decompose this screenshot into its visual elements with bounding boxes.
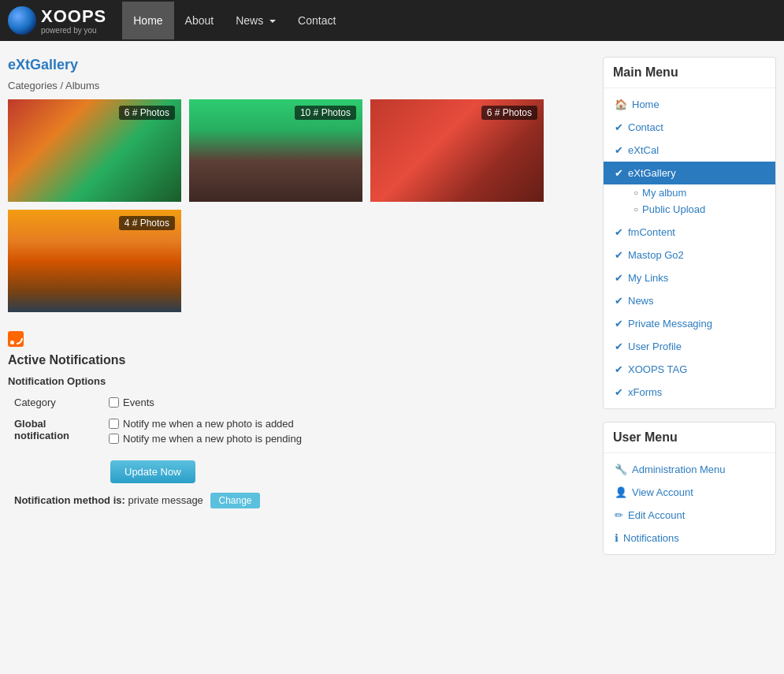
extgallery-icon: ✔ — [615, 167, 623, 179]
main-menu-title: Main Menu — [604, 58, 775, 88]
photo-count-4: 4 # Photos — [119, 216, 175, 230]
user-profile-icon: ✔ — [615, 341, 623, 352]
mastop-icon: ✔ — [615, 249, 623, 261]
change-notification-button[interactable]: Change — [210, 493, 259, 508]
sidebar-item-private-messaging[interactable]: ✔ Private Messaging — [604, 312, 775, 335]
view-account-icon: 👤 — [615, 486, 627, 498]
edit-account-icon: ✏ — [615, 509, 623, 521]
events-checkbox-label[interactable]: Events — [109, 397, 302, 408]
sidebar-item-contact[interactable]: ✔ Contact — [604, 116, 775, 139]
rss-section — [8, 325, 587, 353]
global-notification-label: Global notification — [8, 415, 102, 451]
nav-item-about[interactable]: About — [174, 2, 225, 39]
gallery-grid: 6 # Photos 10 # Photos 6 # Photos 4 # Ph… — [8, 99, 587, 312]
sidebar-item-extgallery[interactable]: ✔ eXtGallery — [604, 162, 775, 184]
navbar: XOOPS powered by you Home About News Con… — [0, 0, 784, 41]
global-notification-row: Global notification Notify me when a new… — [8, 415, 308, 451]
brand-sub: powered by you — [41, 27, 106, 35]
category-value: Events — [102, 393, 308, 415]
sidebar-item-mylinks[interactable]: ✔ My Links — [604, 266, 775, 289]
gallery-item-4[interactable]: 4 # Photos — [8, 210, 181, 312]
extcal-icon: ✔ — [615, 144, 623, 156]
sidebar-item-notifications[interactable]: ℹ Notifications — [604, 527, 775, 549]
photo-count-3: 6 # Photos — [481, 106, 537, 120]
news-caret-icon — [269, 20, 276, 23]
active-notifications-title: Active Notifications — [8, 353, 587, 367]
sidebar-item-home[interactable]: 🏠 Home — [604, 93, 775, 116]
gallery-item-3[interactable]: 6 # Photos — [370, 99, 544, 202]
notify-pending-checkbox[interactable] — [109, 434, 119, 444]
notify-new-photo-label[interactable]: Notify me when a new photo is added — [109, 418, 302, 430]
brand-name: XOOPS — [41, 6, 106, 27]
xoops-tag-icon: ✔ — [615, 363, 623, 375]
notify-new-photo-checkbox[interactable] — [109, 419, 119, 429]
nav-item-news[interactable]: News — [225, 2, 287, 39]
xforms-icon: ✔ — [615, 386, 623, 398]
photo-count-1: 6 # Photos — [119, 106, 175, 120]
gallery-item-1[interactable]: 6 # Photos — [8, 99, 181, 202]
rss-icon[interactable] — [8, 331, 24, 347]
pm-icon: ✔ — [615, 318, 623, 330]
category-row: Category Events — [8, 393, 308, 415]
sidebar-item-admin-menu[interactable]: 🔧 Administration Menu — [604, 458, 775, 481]
sidebar: Main Menu 🏠 Home ✔ Contact ✔ — [603, 57, 776, 568]
notifications-icon: ℹ — [615, 532, 619, 544]
sidebar-item-user-profile[interactable]: ✔ User Profile — [604, 335, 775, 358]
categories-label: Categories / Albums — [8, 80, 587, 91]
global-notification-options: Notify me when a new photo is added Noti… — [102, 415, 308, 451]
events-checkbox[interactable] — [109, 397, 119, 408]
photo-count-2: 10 # Photos — [295, 106, 356, 120]
sidebar-item-view-account[interactable]: 👤 View Account — [604, 481, 775, 504]
nav-item-contact[interactable]: Contact — [287, 2, 347, 39]
page-container: eXtGallery Categories / Albums 6 # Photo… — [0, 41, 784, 583]
user-menu-box: User Menu 🔧 Administration Menu 👤 View A… — [603, 422, 776, 555]
extgallery-submenu: My album Public Upload — [604, 184, 775, 221]
notification-options-title: Notification Options — [8, 375, 587, 387]
main-content: eXtGallery Categories / Albums 6 # Photo… — [8, 57, 587, 568]
brand-text-wrapper: XOOPS powered by you — [41, 6, 106, 35]
contact-icon: ✔ — [615, 121, 623, 133]
sidebar-item-edit-account[interactable]: ✏ Edit Account — [604, 504, 775, 527]
main-menu-box: Main Menu 🏠 Home ✔ Contact ✔ — [603, 57, 776, 409]
sidebar-item-mastop[interactable]: ✔ Mastop Go2 — [604, 244, 775, 266]
brand-logo[interactable]: XOOPS powered by you — [8, 6, 106, 35]
logo-icon — [8, 6, 36, 35]
notify-pending-label[interactable]: Notify me when a new photo is pending — [109, 433, 302, 445]
news-icon: ✔ — [615, 295, 623, 307]
sidebar-item-fmcontent[interactable]: ✔ fmContent — [604, 221, 775, 244]
sub-item-public-upload[interactable]: Public Upload — [627, 201, 775, 218]
sidebar-item-xoops-tag[interactable]: ✔ XOOPS TAG — [604, 358, 775, 381]
nav-item-home[interactable]: Home — [122, 2, 173, 39]
notification-table: Category Events Global notification Noti… — [8, 393, 308, 451]
sidebar-item-extcal[interactable]: ✔ eXtCal — [604, 139, 775, 162]
fmcontent-icon: ✔ — [615, 226, 623, 238]
category-label: Category — [8, 393, 102, 415]
user-menu-list: 🔧 Administration Menu 👤 View Account ✏ E… — [604, 453, 775, 554]
sidebar-item-xforms[interactable]: ✔ xForms — [604, 381, 775, 404]
notification-method-text: Notification method is: private message — [14, 494, 206, 506]
update-now-button[interactable]: Update Now — [110, 460, 195, 483]
admin-menu-icon: 🔧 — [615, 464, 627, 475]
nav-menu: Home About News Contact — [122, 2, 347, 39]
mylinks-icon: ✔ — [615, 272, 623, 284]
home-icon: 🏠 — [615, 99, 627, 110]
user-menu-title: User Menu — [604, 423, 775, 453]
notification-method-section: Notification method is: private message … — [8, 493, 587, 508]
page-title: eXtGallery — [8, 57, 587, 73]
sub-item-my-album[interactable]: My album — [627, 184, 775, 201]
gallery-item-2[interactable]: 10 # Photos — [189, 99, 362, 202]
main-menu-list: 🏠 Home ✔ Contact ✔ eXtCal — [604, 88, 775, 408]
sidebar-item-news[interactable]: ✔ News — [604, 289, 775, 312]
